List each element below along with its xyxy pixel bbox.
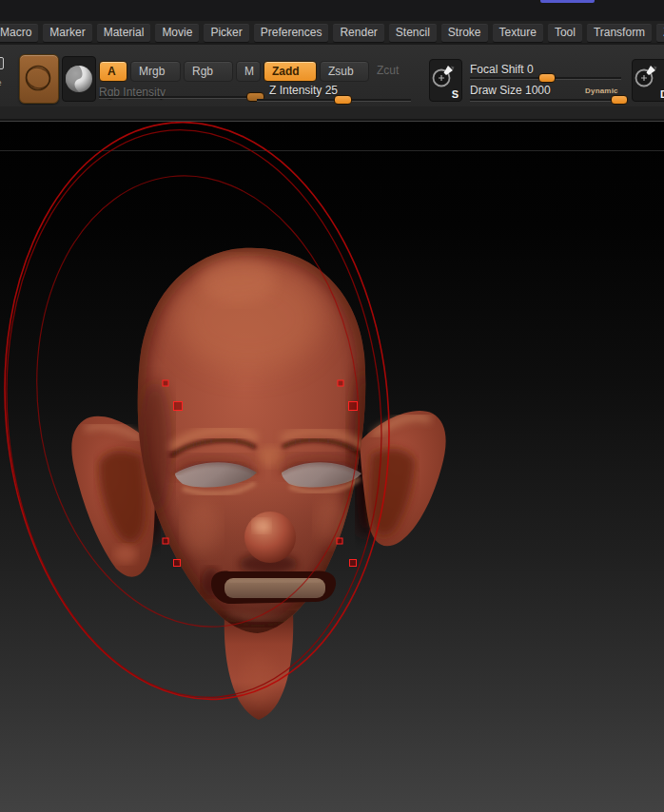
menu-bar: Macro Marker Material Movie Picker Prefe…	[0, 21, 664, 45]
clipped-edge-tool-button[interactable]: R ate	[0, 52, 14, 87]
menu-item-material[interactable]: Material	[97, 24, 151, 42]
curve-point-marker	[338, 380, 343, 386]
curve-point-marker	[163, 380, 168, 386]
curve-point-marker	[174, 402, 183, 411]
menu-item-picker[interactable]: Picker	[204, 24, 248, 42]
zsub-button[interactable]: Zsub	[320, 61, 369, 82]
clipped-tool-letter: R	[0, 57, 4, 69]
clipped-tool-label: ate	[0, 78, 14, 87]
alpha-target-brush-icon	[633, 60, 662, 99]
stroke-picker-letter: S	[452, 88, 459, 100]
focal-shift-label: Focal Shift 0	[470, 63, 534, 76]
mouth	[211, 571, 336, 605]
curve-point-marker	[349, 402, 358, 411]
menu-item-zplugin[interactable]: Zplugin	[656, 24, 664, 42]
menu-bar-items: Macro Marker Material Movie Picker Prefe…	[0, 24, 664, 42]
titlebar-blue-accent	[540, 0, 595, 3]
z-intensity-handle[interactable]	[334, 95, 352, 105]
top-shelf-toolbar: R ate	[0, 45, 664, 106]
alpha-picker-button[interactable]: D	[632, 59, 664, 102]
menu-item-transform[interactable]: Transform	[587, 24, 652, 42]
menu-item-stencil[interactable]: Stencil	[389, 24, 437, 42]
zbrush-window: Macro Marker Material Movie Picker Prefe…	[0, 0, 664, 812]
current-material-button[interactable]	[62, 56, 96, 102]
sculpt-scene	[0, 122, 664, 812]
brush-circle-icon	[20, 55, 56, 101]
nose	[244, 512, 296, 563]
draw-size-handle[interactable]	[611, 95, 628, 105]
curve-point-marker	[337, 538, 342, 544]
material-sphere-icon	[65, 65, 93, 93]
a-toggle-button[interactable]: A	[99, 61, 127, 82]
sculpt-viewport[interactable]	[0, 122, 664, 812]
zcut-disabled-button: Zcut	[377, 64, 399, 77]
menu-item-macro[interactable]: Macro	[0, 24, 38, 42]
zadd-button[interactable]: Zadd	[264, 61, 317, 82]
alpha-picker-letter: D	[660, 88, 664, 100]
menu-item-preferences[interactable]: Preferences	[254, 24, 329, 42]
head-model[interactable]	[71, 248, 445, 720]
menu-item-stroke[interactable]: Stroke	[441, 24, 488, 42]
curve-point-marker	[174, 560, 181, 567]
right-ear	[357, 411, 446, 546]
menu-item-tool[interactable]: Tool	[548, 24, 582, 42]
rgb-button[interactable]: Rgb	[184, 61, 233, 82]
menu-item-marker[interactable]: Marker	[43, 24, 91, 42]
m-button[interactable]: M	[236, 61, 261, 82]
curve-point-marker	[350, 560, 357, 567]
current-brush-button[interactable]	[19, 54, 59, 104]
menu-item-texture[interactable]: Texture	[493, 24, 543, 42]
dynamic-mode-label[interactable]: Dynamic	[585, 87, 618, 95]
rgb-intensity-track[interactable]	[99, 96, 264, 99]
shelf-divider	[0, 106, 664, 122]
mrgb-button[interactable]: Mrgb	[130, 61, 181, 82]
focal-shift-handle[interactable]	[538, 73, 556, 83]
z-intensity-label: Z Intensity 25	[269, 84, 338, 97]
title-strip	[0, 0, 664, 21]
curve-point-marker	[163, 538, 168, 544]
draw-size-label: Draw Size 1000	[470, 84, 551, 97]
menu-item-render[interactable]: Render	[333, 24, 383, 42]
menu-item-movie[interactable]: Movie	[155, 24, 199, 42]
draw-size-track[interactable]	[470, 99, 626, 102]
stroke-picker-button[interactable]: S	[429, 59, 462, 102]
